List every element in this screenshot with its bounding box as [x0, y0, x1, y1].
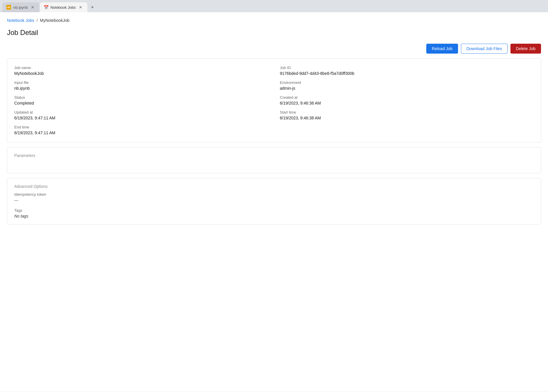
breadcrumb-link[interactable]: Notebook Jobs: [7, 18, 34, 23]
field-tags-label: Tags: [14, 208, 534, 213]
field-end-time-value: 6/19/2023, 9:47:11 AM: [14, 130, 268, 135]
field-start-time-value: 6/19/2023, 9:46:38 AM: [280, 116, 534, 120]
download-job-files-button[interactable]: Download Job Files: [461, 44, 508, 54]
field-job-name: Job name MyNotebookJob: [14, 66, 268, 76]
field-environment-value: admin-js: [280, 86, 534, 91]
page-title: Job Detail: [7, 29, 541, 37]
field-end-time-label: End time: [14, 125, 268, 129]
field-idempotency: Idempotency token —: [14, 192, 534, 202]
tab-jobs-label: Notebook Jobs: [50, 5, 76, 10]
parameters-content: [14, 161, 534, 167]
advanced-options-content: Idempotency token — Tags No tags: [14, 192, 534, 218]
field-updated-at-label: Updated at: [14, 110, 268, 114]
field-updated-at: Updated at 6/19/2023, 9:47:11 AM: [14, 110, 268, 120]
job-detail-card: Job name MyNotebookJob Input file nb.ipy…: [7, 58, 541, 142]
field-end-time: End time 6/19/2023, 9:47:11 AM: [14, 125, 268, 135]
field-environment-label: Environment: [280, 80, 534, 85]
field-created-at-label: Created at: [280, 95, 534, 100]
tab-jobs-close[interactable]: ✕: [78, 5, 83, 10]
reload-job-button[interactable]: Reload Job: [426, 44, 458, 54]
field-job-id-label: Job ID: [280, 66, 534, 70]
field-environment: Environment admin-js: [280, 80, 534, 91]
action-buttons: Reload Job Download Job Files Delete Job: [7, 44, 541, 54]
tab-jobs[interactable]: 📅 Notebook Jobs ✕: [40, 2, 87, 12]
field-input-file-value: nb.ipynb: [14, 86, 268, 91]
field-start-time-label: Start time: [280, 110, 534, 114]
field-job-id-value: 9176bded-9dd7-4d43-8be8-f5a7d0ff300b: [280, 71, 534, 76]
field-start-time: Start time 6/19/2023, 9:46:38 AM: [280, 110, 534, 120]
field-input-file-label: Input file: [14, 80, 268, 85]
breadcrumb-separator: /: [36, 18, 38, 23]
advanced-options-card: Advanced Options Idempotency token — Tag…: [7, 178, 541, 225]
field-created-at: Created at 6/19/2023, 9:46:38 AM: [280, 95, 534, 105]
field-status-value: Completed: [14, 101, 268, 105]
field-job-id: Job ID 9176bded-9dd7-4d43-8be8-f5a7d0ff3…: [280, 66, 534, 76]
breadcrumb-current: MyNotebookJob: [40, 18, 69, 23]
field-updated-at-value: 6/19/2023, 9:47:11 AM: [14, 116, 268, 120]
tab-nb[interactable]: nb nb.ipynb ✕: [2, 2, 39, 12]
field-idempotency-value: —: [14, 198, 534, 202]
parameters-title: Parameters: [14, 153, 534, 158]
parameters-card: Parameters: [7, 147, 541, 173]
detail-right-column: Job ID 9176bded-9dd7-4d43-8be8-f5a7d0ff3…: [280, 66, 534, 135]
field-created-at-value: 6/19/2023, 9:46:38 AM: [280, 101, 534, 105]
nb-icon: nb: [6, 5, 11, 10]
field-job-name-label: Job name: [14, 66, 268, 70]
field-idempotency-label: Idempotency token: [14, 192, 534, 197]
tab-nb-label: nb.ipynb: [13, 5, 28, 10]
field-status: Status Completed: [14, 95, 268, 105]
field-job-name-value: MyNotebookJob: [14, 71, 268, 76]
field-input-file: Input file nb.ipynb: [14, 80, 268, 91]
field-status-label: Status: [14, 95, 268, 100]
detail-left-column: Job name MyNotebookJob Input file nb.ipy…: [14, 66, 268, 135]
page-content: Notebook Jobs / MyNotebookJob Job Detail…: [0, 12, 548, 391]
delete-job-button[interactable]: Delete Job: [510, 44, 541, 54]
tab-nb-close[interactable]: ✕: [30, 5, 35, 10]
breadcrumb: Notebook Jobs / MyNotebookJob: [7, 18, 541, 23]
calendar-icon: 📅: [44, 5, 48, 9]
advanced-options-title: Advanced Options: [14, 184, 534, 189]
browser-chrome: nb nb.ipynb ✕ 📅 Notebook Jobs ✕ +: [0, 0, 548, 12]
new-tab-button[interactable]: +: [88, 3, 97, 12]
detail-grid: Job name MyNotebookJob Input file nb.ipy…: [14, 66, 534, 135]
field-tags: Tags No tags: [14, 208, 534, 218]
field-tags-value: No tags: [14, 214, 534, 218]
